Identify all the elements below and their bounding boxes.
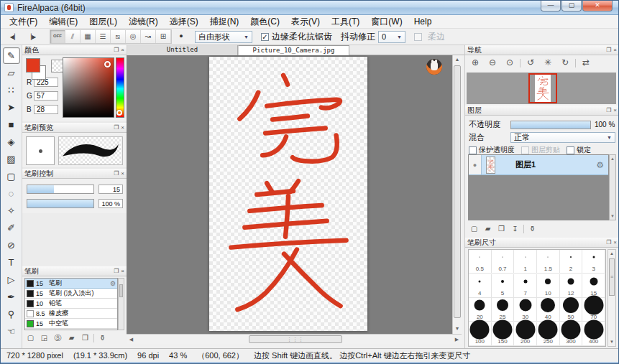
brush-item[interactable]: 10铅笔 (25, 299, 117, 309)
protect-alpha-checkbox[interactable] (469, 146, 477, 154)
brush-size-4[interactable]: 4 (469, 274, 492, 298)
navigator-view-rectangle[interactable] (528, 73, 557, 103)
brush-folder-button[interactable]: ▰ (66, 333, 77, 343)
layer-visibility-icon[interactable]: ● (469, 155, 482, 174)
gear-icon[interactable]: ⚙ (596, 160, 604, 170)
menu-item-tool[interactable]: 工具(T) (326, 15, 365, 29)
close-panel-icon[interactable]: × (121, 267, 124, 276)
stabilizer-select[interactable]: 0 ▼ (378, 31, 405, 43)
snap-dot-button[interactable]: ● (175, 30, 188, 43)
layer-row[interactable]: ● 图层1 ⚙ (469, 155, 608, 175)
rotate-right-button[interactable]: ↻ (558, 57, 572, 70)
script-brush-button[interactable]: Ⓢ (52, 333, 63, 343)
shape-select[interactable]: 自由形状 ▼ (195, 31, 252, 43)
brush-size-20[interactable]: 20 (469, 298, 492, 322)
lock-checkbox[interactable] (567, 146, 574, 154)
green-input[interactable]: 57 (34, 91, 58, 101)
brush-size-25[interactable]: 25 (492, 298, 515, 322)
tab-picture-10-camera[interactable]: Picture_10_Camera.jpg (238, 45, 349, 55)
layer-list-scrollbar[interactable]: ▲▼ (609, 154, 616, 220)
brush-size-50[interactable]: 50 (560, 298, 583, 322)
close-panel-icon[interactable]: × (121, 169, 124, 178)
layer-folder-button[interactable]: ▰ (482, 224, 493, 234)
rotate-reset-button[interactable]: ✳ (541, 57, 555, 70)
menu-item-file[interactable]: 文件(F) (4, 15, 43, 29)
saturation-value-picker[interactable] (63, 57, 114, 118)
magic-wand-tool[interactable]: ✧ (3, 202, 20, 219)
close-button[interactable]: ✕ (582, 1, 613, 11)
snap-parallel-button[interactable]: ⫽ (65, 30, 81, 43)
merge-layer-button[interactable]: ↧ (510, 224, 521, 234)
brush-list-scrollbar[interactable] (118, 278, 124, 330)
rotate-left-button[interactable]: ↺ (523, 57, 538, 70)
brush-size-7[interactable]: 7 (514, 274, 537, 298)
duplicate-layer-button[interactable]: ❐ (496, 224, 507, 234)
move-tool[interactable]: ➤ (3, 99, 20, 116)
scroll-up-arrow[interactable]: ▲ (453, 55, 462, 65)
brush-size-10[interactable]: 10 (537, 274, 560, 298)
snap-perspective-button[interactable]: ⊞ (156, 30, 171, 43)
antialias-checkbox[interactable]: ✓ (261, 33, 269, 41)
maximize-button[interactable]: ▢ (561, 1, 582, 11)
menu-item-help[interactable]: Help (408, 16, 438, 27)
delete-layer-button[interactable]: ⚱ (527, 224, 538, 234)
soft-edge-checkbox[interactable] (414, 33, 422, 41)
close-panel-icon[interactable]: × (121, 46, 124, 55)
brush-size-70[interactable]: 70 (582, 298, 605, 322)
nav-back-button[interactable]: ◀▏ (6, 30, 22, 43)
snap-concentric-button[interactable]: ◎ (126, 30, 141, 43)
minimize-button[interactable]: — (541, 1, 561, 11)
brush-item[interactable]: 8.5橡皮擦 (25, 309, 117, 319)
snap-off-button[interactable]: OFF (50, 30, 65, 43)
bucket-tool[interactable]: ◈ (3, 134, 20, 150)
menu-item-color[interactable]: 颜色(C) (244, 15, 285, 29)
brush-size-150[interactable]: 150 (492, 322, 515, 346)
hue-slider[interactable] (116, 57, 124, 118)
flip-horizontal-button[interactable]: ⇄ (579, 57, 593, 70)
hue-marker[interactable] (116, 110, 122, 116)
float-panel-icon[interactable]: ❐ (114, 46, 119, 55)
brush-item[interactable]: 15笔刷⚙ (25, 279, 117, 289)
navigator-preview[interactable] (467, 73, 616, 104)
pen-tool[interactable]: ✒ (3, 289, 20, 305)
menu-item-select[interactable]: 选择(S) (164, 15, 204, 29)
float-panel-icon[interactable]: ❐ (606, 46, 611, 55)
tab-untitled[interactable]: Untitled (127, 45, 238, 55)
brush-opacity-slider[interactable] (27, 199, 94, 208)
canvas-page[interactable] (209, 57, 367, 331)
brush-size-300[interactable]: 300 (560, 322, 583, 346)
brush-size-100[interactable]: 100 (469, 322, 492, 346)
zoom-in-button[interactable]: ⊕ (468, 57, 482, 70)
nav-forward-button[interactable]: ▕▶ (24, 30, 40, 43)
brush-size-0.7[interactable]: 0.7 (492, 250, 515, 274)
brush-size-1[interactable]: 1 (514, 250, 537, 274)
brush-size-200[interactable]: 200 (514, 322, 537, 346)
scroll-right-arrow[interactable]: ▶ (452, 335, 462, 344)
eraser-tool[interactable]: ▱ (3, 65, 20, 81)
layer-opacity-slider[interactable] (510, 121, 591, 129)
snap-grid-button[interactable]: ▦ (81, 30, 96, 43)
brush-size-30[interactable]: 30 (514, 298, 537, 322)
brush-size-2[interactable]: 2 (560, 250, 583, 274)
fill-tool[interactable]: ■ (3, 116, 20, 133)
add-brush-button[interactable]: ▢ (25, 333, 36, 343)
brush-size-3[interactable]: 3 (582, 250, 605, 274)
lasso-tool[interactable]: ◌ (3, 185, 20, 202)
select-pen-tool[interactable]: ✐ (3, 220, 20, 236)
select-rect-tool[interactable]: ▢ (3, 168, 20, 185)
sv-marker[interactable] (104, 61, 111, 67)
canvas-vertical-scrollbar[interactable]: ▲ ▼ (452, 55, 462, 334)
snap-curve-button[interactable]: ↝ (141, 30, 156, 43)
brush-size-5[interactable]: 5 (492, 274, 515, 298)
brush-size-250[interactable]: 250 (537, 322, 560, 346)
blend-mode-select[interactable]: 正常 ▼ (510, 132, 615, 143)
menu-item-snap[interactable]: 捕捉(N) (204, 15, 245, 29)
foreground-color-swatch[interactable] (26, 58, 40, 73)
brush-size-0.5[interactable]: 0.5 (469, 250, 492, 274)
scroll-left-arrow[interactable]: ◀ (127, 335, 136, 344)
clipping-checkbox[interactable] (521, 146, 529, 154)
close-panel-icon[interactable]: × (613, 106, 617, 115)
add-layer-button[interactable]: ▢ (469, 224, 480, 234)
eyedropper-tool[interactable]: ⚲ (3, 306, 20, 322)
brush-size-12[interactable]: 12 (560, 274, 583, 298)
